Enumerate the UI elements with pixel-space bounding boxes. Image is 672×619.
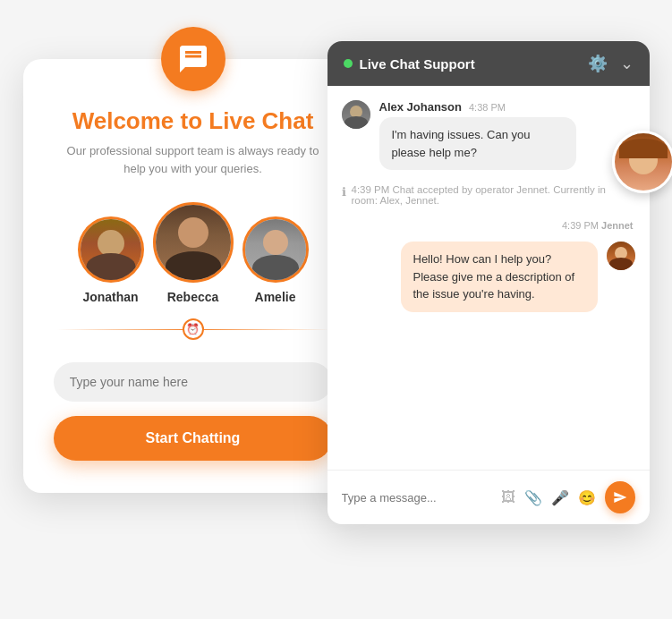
welcome-card: Welcome to Live Chat Our professional su… <box>23 59 363 493</box>
agent-avatar-rebecca <box>153 202 234 283</box>
chat-header-icons: ⚙️ ⌄ <box>588 54 634 73</box>
send-icon <box>613 490 627 505</box>
chevron-down-icon[interactable]: ⌄ <box>620 54 634 73</box>
chat-messages: Alex Johanson 4:38 PM I'm having issues.… <box>327 86 650 470</box>
chat-header-title: Live Chat Support <box>360 56 475 72</box>
jennet-corner-face <box>615 133 672 191</box>
message-alex: Alex Johanson 4:38 PM I'm having issues.… <box>342 100 635 170</box>
clock-icon: ⏰ <box>183 318 204 340</box>
chat-header: Live Chat Support ⚙️ ⌄ <box>327 41 650 86</box>
info-icon: ℹ <box>342 185 346 199</box>
agent-name-jonathan: Jonathan <box>82 290 138 304</box>
system-msg-text: 4:39 PM Chat accepted by operator Jennet… <box>352 184 635 206</box>
msg-bubble-jennet: Hello! How can I help you? Please give m… <box>401 242 598 312</box>
chat-bubbles-icon <box>177 43 209 75</box>
divider-line: ⏰ <box>57 329 329 330</box>
chat-panel: Live Chat Support ⚙️ ⌄ Alex Johanson 4:3… <box>327 41 650 524</box>
start-chatting-button[interactable]: Start Chatting <box>54 416 333 461</box>
chat-message-input[interactable] <box>342 491 492 505</box>
time-divider: 4:39 PM Jennet <box>342 220 635 231</box>
system-message: ℹ 4:39 PM Chat accepted by operator Jenn… <box>342 181 635 209</box>
agent-name-rebecca: Rebecca <box>167 290 219 304</box>
msg-header-alex: Alex Johanson 4:38 PM <box>379 100 576 114</box>
msg-content-jennet: Hello! How can I help you? Please give m… <box>401 242 598 312</box>
msg-bubble-alex: I'm having issues. Can you please help m… <box>379 117 576 170</box>
attachment-icon[interactable]: 📎 <box>524 489 542 506</box>
avatar-alex <box>342 100 370 129</box>
input-icons: 🖼 📎 🎤 😊 <box>501 489 596 506</box>
agent-name-amelie: Amelie <box>255 290 296 304</box>
name-input[interactable] <box>54 362 333 402</box>
agent-rebecca: Rebecca <box>153 202 234 304</box>
jennet-avatar-corner <box>612 131 673 193</box>
welcome-title: Welcome to Live Chat <box>72 107 314 135</box>
agents-row: Jonathan Rebecca Amelie <box>78 202 309 304</box>
online-status-dot <box>344 59 353 68</box>
msg-sender-alex: Alex Johanson <box>379 100 462 114</box>
chat-icon-circle <box>161 27 225 91</box>
msg-content-alex: Alex Johanson 4:38 PM I'm having issues.… <box>379 100 576 170</box>
image-icon[interactable]: 🖼 <box>501 489 515 505</box>
microphone-icon[interactable]: 🎤 <box>551 489 569 506</box>
agent-avatar-amelie <box>242 216 309 283</box>
agent-avatar-jonathan <box>78 216 144 283</box>
avatar-jennet-small <box>607 242 635 270</box>
welcome-subtitle: Our professional support team is always … <box>23 142 363 177</box>
send-button[interactable] <box>605 481 635 513</box>
settings-icon[interactable]: ⚙️ <box>588 54 608 73</box>
message-jennet: Hello! How can I help you? Please give m… <box>342 242 635 312</box>
msg-time-alex: 4:38 PM <box>469 102 506 113</box>
chat-input-area: 🖼 📎 🎤 😊 <box>327 470 650 524</box>
emoji-icon[interactable]: 😊 <box>578 489 596 506</box>
agent-amelie: Amelie <box>242 216 309 304</box>
chat-header-left: Live Chat Support <box>344 56 475 72</box>
agent-jonathan: Jonathan <box>78 216 144 304</box>
